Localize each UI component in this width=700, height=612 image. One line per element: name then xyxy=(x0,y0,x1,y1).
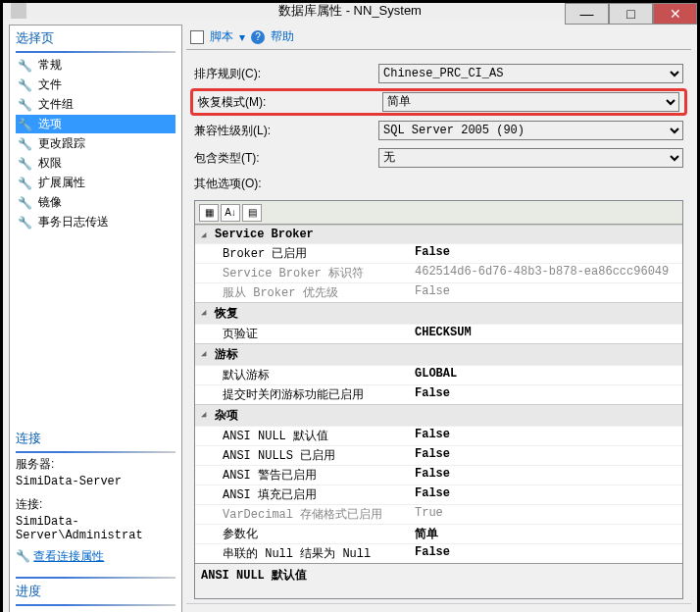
wrench-icon: 🔧 xyxy=(18,78,32,92)
connection-icon: 🔧 xyxy=(16,549,33,563)
property-value: False xyxy=(411,544,682,563)
sidebar-item-label: 镜像 xyxy=(38,194,62,211)
containment-select[interactable]: 无 xyxy=(378,148,683,168)
alphabetical-button[interactable]: A↓ xyxy=(221,204,240,222)
categorized-button[interactable]: ▦ xyxy=(199,204,219,222)
property-name: Service Broker 标识符 xyxy=(195,264,411,282)
property-name: 提交时关闭游标功能已启用 xyxy=(195,385,411,404)
section-header[interactable]: 杂项 xyxy=(195,404,682,426)
property-value: 简单 xyxy=(411,525,682,543)
sidebar-item-label: 文件组 xyxy=(38,96,74,113)
property-name: 参数化 xyxy=(195,525,411,543)
script-button[interactable]: 脚本 xyxy=(210,28,233,45)
property-value: False xyxy=(411,466,682,484)
sidebar-item-label: 事务日志传送 xyxy=(38,214,109,230)
property-value: GLOBAL xyxy=(411,366,682,384)
property-value: 462514d6-6d76-48b3-b878-ea86ccc96049 xyxy=(411,264,682,282)
grid-tool-icon[interactable]: ▤ xyxy=(242,204,262,222)
property-row[interactable]: 服从 Broker 优先级False xyxy=(195,282,682,302)
help-button[interactable]: 帮助 xyxy=(271,28,294,45)
property-row[interactable]: ANSI NULLS 已启用False xyxy=(195,445,682,465)
property-name: 串联的 Null 结果为 Null xyxy=(195,544,411,563)
sidebar-item-label: 选项 xyxy=(38,116,62,132)
close-button[interactable]: ✕ xyxy=(653,3,697,25)
property-name: 默认游标 xyxy=(195,366,411,384)
recovery-label: 恢复模式(M): xyxy=(198,94,375,111)
sidebar-item[interactable]: 🔧更改跟踪 xyxy=(16,134,175,153)
view-connection-link[interactable]: 查看连接属性 xyxy=(33,549,104,563)
property-name: 服从 Broker 优先级 xyxy=(195,283,411,302)
property-name: VarDecimal 存储格式已启用 xyxy=(195,505,411,524)
help-icon: ? xyxy=(251,30,265,44)
window-title: 数据库属性 - NN_System xyxy=(278,2,422,20)
sidebar: 选择页 🔧常规🔧文件🔧文件组🔧选项🔧更改跟踪🔧权限🔧扩展属性🔧镜像🔧事务日志传送… xyxy=(9,25,182,612)
sidebar-item-label: 更改跟踪 xyxy=(38,135,85,152)
conn-value: SimiData-Server\Administrat xyxy=(16,515,175,542)
property-row[interactable]: ANSI 填充已启用False xyxy=(195,484,682,504)
wrench-icon: 🔧 xyxy=(18,216,32,230)
wrench-icon: 🔧 xyxy=(18,157,32,171)
property-grid: ▦ A↓ ▤ Service BrokerBroker 已启用FalseServ… xyxy=(194,200,683,599)
wrench-icon: 🔧 xyxy=(18,118,32,131)
property-name: ANSI 填充已启用 xyxy=(195,485,411,504)
property-name: Broker 已启用 xyxy=(195,244,411,263)
sidebar-item-label: 扩展属性 xyxy=(38,175,85,191)
title-bar: 数据库属性 - NN_System — □ ✕ xyxy=(3,3,697,19)
collation-label: 排序规则(C): xyxy=(194,66,371,82)
wrench-icon: 🔧 xyxy=(18,98,32,112)
script-icon xyxy=(190,30,204,44)
maximize-button[interactable]: □ xyxy=(609,3,653,25)
property-name: 页验证 xyxy=(195,325,411,343)
sidebar-item[interactable]: 🔧选项 xyxy=(16,115,175,133)
property-row[interactable]: 页验证CHECKSUM xyxy=(195,324,682,343)
property-row[interactable]: 串联的 Null 结果为 NullFalse xyxy=(195,543,682,563)
dropdown-icon[interactable]: ▾ xyxy=(239,30,245,44)
property-row[interactable]: 参数化简单 xyxy=(195,524,682,543)
property-value: True xyxy=(411,505,682,524)
property-row[interactable]: ANSI NULL 默认值False xyxy=(195,426,682,445)
server-value: SimiData-Server xyxy=(16,475,175,488)
other-options-label: 其他选项(O): xyxy=(194,176,371,192)
property-name: ANSI NULL 默认值 xyxy=(195,427,411,445)
sidebar-item[interactable]: 🔧文件组 xyxy=(16,95,175,114)
sidebar-item[interactable]: 🔧常规 xyxy=(16,56,175,75)
collation-select[interactable]: Chinese_PRC_CI_AS xyxy=(378,64,683,83)
section-header[interactable]: 游标 xyxy=(195,343,682,365)
wrench-icon: 🔧 xyxy=(18,196,32,210)
property-row[interactable]: VarDecimal 存储格式已启用True xyxy=(195,504,682,524)
app-icon xyxy=(11,3,26,19)
wrench-icon: 🔧 xyxy=(18,137,32,151)
toolbar: 脚本 ▾ ? 帮助 xyxy=(186,25,691,50)
property-name: ANSI 警告已启用 xyxy=(195,466,411,484)
property-row[interactable]: Service Broker 标识符462514d6-6d76-48b3-b87… xyxy=(195,263,682,282)
sidebar-item[interactable]: 🔧扩展属性 xyxy=(16,174,175,192)
property-value: False xyxy=(411,283,682,302)
property-value: False xyxy=(411,427,682,445)
sidebar-item[interactable]: 🔧文件 xyxy=(16,76,175,94)
property-value: False xyxy=(411,485,682,504)
server-label: 服务器: xyxy=(16,456,175,473)
compat-select[interactable]: SQL Server 2005 (90) xyxy=(378,121,683,140)
property-description: ANSI NULL 默认值 xyxy=(195,563,682,598)
section-header[interactable]: Service Broker xyxy=(195,225,682,243)
wrench-icon: 🔧 xyxy=(18,177,32,190)
conn-label: 连接: xyxy=(16,496,175,513)
property-row[interactable]: 提交时关闭游标功能已启用False xyxy=(195,384,682,404)
progress-header: 进度 xyxy=(16,583,175,600)
wrench-icon: 🔧 xyxy=(18,59,32,73)
property-name: ANSI NULLS 已启用 xyxy=(195,446,411,465)
sidebar-item-label: 常规 xyxy=(38,57,62,74)
property-row[interactable]: Broker 已启用False xyxy=(195,243,682,263)
property-row[interactable]: ANSI 警告已启用False xyxy=(195,465,682,484)
sidebar-item[interactable]: 🔧权限 xyxy=(16,154,175,173)
property-row[interactable]: 默认游标GLOBAL xyxy=(195,365,682,384)
section-header[interactable]: 恢复 xyxy=(195,302,682,324)
select-page-header: 选择页 xyxy=(16,29,175,47)
property-value: False xyxy=(411,385,682,404)
sidebar-item[interactable]: 🔧镜像 xyxy=(16,193,175,212)
minimize-button[interactable]: — xyxy=(565,3,609,25)
recovery-select[interactable]: 简单 xyxy=(382,92,679,112)
sidebar-item[interactable]: 🔧事务日志传送 xyxy=(16,213,175,231)
sidebar-item-label: 权限 xyxy=(38,155,62,172)
sidebar-item-label: 文件 xyxy=(38,76,62,93)
